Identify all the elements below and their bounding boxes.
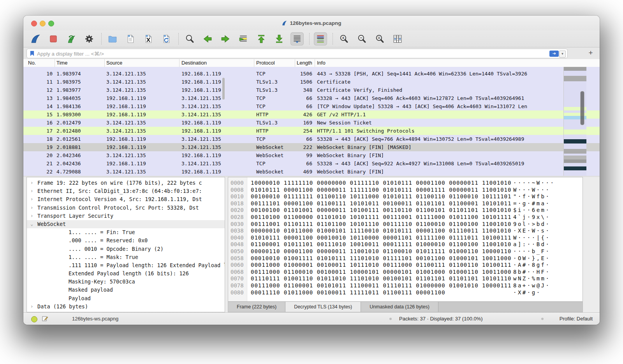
packet-row-10[interactable]: 101.9839743.124.121.135192.168.1.119TCP1… [23,70,600,78]
detail-line[interactable]: ›Frame 19: 222 bytes on wire (1776 bits)… [27,179,225,187]
detail-line[interactable]: Payload [27,294,225,303]
column-protocol[interactable]: Protocol [256,60,275,66]
display-filter-input[interactable]: Apply a display filter ... <⌘/> ➜ ▼ [26,49,568,58]
packet-row-13[interactable]: 131.984035192.168.1.1193.124.121.135TCP6… [23,94,600,102]
packet-row-15[interactable]: 151.989300192.168.1.1193.124.121.135HTTP… [23,110,600,119]
detail-line[interactable]: ›Transmission Control Protocol, Src Port… [27,204,225,212]
bytes-tab-unmasked[interactable]: Unmasked data (126 bytes) [361,302,438,312]
start-capture-button[interactable] [29,32,42,46]
detail-line[interactable]: ⌄WebSocket [27,220,225,228]
detail-line[interactable]: .000 .... = Reserved: 0x0 [27,236,225,245]
hex-row[interactable]: 003000111001 01101111 01101100 10101110 … [228,221,583,228]
hex-row[interactable]: 004801100001 01011101 00111010 10010011 … [228,241,583,248]
detail-line[interactable]: 1... .... = Mask: True [27,253,225,261]
chevron-right-icon[interactable]: › [30,179,36,187]
detail-line[interactable]: ›Ethernet II, Src: CalDigit_13:e7:8c (64… [27,187,225,195]
chevron-right-icon[interactable]: › [30,212,36,220]
last-packet-button[interactable] [273,32,286,46]
open-file-button[interactable] [106,32,119,46]
packet-row-22[interactable]: 224.7290883.124.121.135192.168.1.119WebS… [23,168,600,176]
filter-add-button[interactable]: + [586,49,595,58]
stop-capture-button[interactable] [47,32,60,46]
zoom-in-button[interactable]: + [337,32,350,46]
hex-row[interactable]: 005800010010 01001111 01010111 11101010 … [228,255,583,262]
detail-line[interactable]: Masked payload [27,286,225,294]
resize-columns-button[interactable] [391,32,404,46]
hex-ascii: ·A#·8gf· [513,262,550,269]
detail-line[interactable]: ›Transport Layer Security [27,212,225,220]
packet-row-partial[interactable] [23,67,600,70]
next-packet-button[interactable] [219,32,232,46]
packet-row-16[interactable]: 162.0124793.124.121.135192.168.1.119TLSv… [23,119,600,127]
column-info[interactable]: Info [317,60,326,66]
reload-file-button[interactable] [160,32,173,46]
close-file-button[interactable] [142,32,155,46]
chevron-right-icon[interactable]: › [30,195,36,203]
chevron-right-icon[interactable]: › [30,204,36,212]
hex-row[interactable]: 007001110111 01001110 01011010 11101010 … [228,275,583,282]
column-source[interactable]: Source [106,60,122,66]
packet-row-19[interactable]: 192.018881192.168.1.1193.124.121.135WebS… [23,143,600,151]
column-no[interactable]: No. [28,60,36,66]
packet-row-12[interactable]: 121.9839773.124.121.135192.168.1.119TLSv… [23,86,600,94]
hex-bits: 10000010 11111110 00000000 01111110 0101… [251,180,511,187]
detail-line[interactable]: .111 1110 = Payload length: 126 Extended… [27,261,225,270]
details-scrollbar-thumb[interactable] [222,78,225,100]
cell-len: 348 [289,86,312,94]
hex-row[interactable]: 002000100100 01101001 00000011 10100111 … [228,207,583,214]
status-profile[interactable]: Profile: Default [560,316,593,322]
capture-comment-icon[interactable] [42,316,48,323]
column-length[interactable]: Length [297,60,312,66]
column-destination[interactable]: Destination [181,60,207,66]
go-to-packet-button[interactable] [237,32,250,46]
hex-row[interactable]: 005000000110 00001100 00000011 11001010 … [228,248,583,255]
previous-packet-button[interactable] [201,32,214,46]
expert-info-icon[interactable] [31,316,37,322]
status-separator-dot [389,318,392,320]
restart-capture-button[interactable] [65,32,78,46]
detail-line[interactable]: .... 0010 = Opcode: Binary (2) [27,245,225,253]
auto-scroll-toggle[interactable] [290,32,304,46]
packet-row-20[interactable]: 202.0423463.124.121.135192.168.1.119WebS… [23,151,600,159]
find-packet-button[interactable] [183,32,196,46]
hex-row[interactable]: 000801010111 00001100 00000011 11111100 … [228,187,583,194]
first-packet-button[interactable] [255,32,268,46]
hex-row[interactable]: 008000011110 01011000 00100011 11111011 … [228,289,583,296]
detail-line[interactable]: 1... .... = Fin: True [27,228,225,236]
detail-line[interactable]: ›Internet Protocol Version 4, Src: 192.1… [27,195,225,203]
bytes-tab-frame[interactable]: Frame (222 bytes) [228,302,285,312]
chevron-down-icon[interactable]: ⌄ [30,220,36,228]
chevron-right-icon[interactable]: › [30,187,36,195]
hex-row[interactable]: 007800111000 01100001 00101011 11100011 … [228,282,583,289]
filter-apply-button[interactable]: ➜ [549,51,559,57]
save-file-button[interactable] [124,32,137,46]
hex-row[interactable]: 006800111000 01100010 00100011 10000101 … [228,269,583,276]
packet-list-scrollbar-thumb[interactable] [580,91,584,125]
column-time[interactable]: Time [56,60,67,66]
filter-bookmark-icon[interactable] [27,51,37,56]
filter-dropdown-button[interactable]: ▼ [559,51,566,58]
hex-row[interactable]: 002800110100 01100000 01101010 10101111 … [228,214,583,221]
capture-options-button[interactable] [83,32,96,46]
zoom-out-button[interactable]: − [355,32,368,46]
detail-line[interactable]: Masking-Key: 570c03ca [27,278,225,286]
hex-row[interactable]: 001000100010 01111111 01100110 10111000 … [228,193,583,200]
packet-row-21[interactable]: 212.042436192.168.1.1193.124.121.135TCP6… [23,159,600,168]
cell-info: WebSocket Binary [FIN] [317,151,562,159]
bytes-tab-decrypted[interactable]: Decrypted TLS (134 bytes) [285,302,361,312]
packet-row-17[interactable]: 172.0124803.124.121.135192.168.1.119HTTP… [23,127,600,135]
packet-row-18[interactable]: 182.012561192.168.1.1193.124.121.135TCP6… [23,135,600,143]
hex-row[interactable]: 004001010111 00001100 00010010 10110000 … [228,234,583,242]
hex-row[interactable]: 003800000010 01011000 01000101 11110010 … [228,228,583,234]
chevron-right-icon[interactable]: › [30,303,36,311]
packet-row-14[interactable]: 141.984136192.168.1.1193.124.121.135TCP6… [23,102,600,110]
hex-row[interactable]: 001800111101 00001100 01100111 10101011 … [228,200,583,207]
packet-row-11[interactable]: 111.9839753.124.121.135192.168.1.119TLSv… [23,78,600,86]
hex-row[interactable]: 000010000010 11111110 00000000 01111110 … [228,180,583,187]
detail-line[interactable]: Extended Payload length (16 bits): 126 [27,270,225,278]
hex-row[interactable]: 006000011000 01000001 00100011 10111010 … [228,262,583,269]
detail-line[interactable]: ›Data (126 bytes) [27,303,225,311]
colorize-toggle[interactable] [314,32,327,46]
zoom-reset-button[interactable]: = [373,32,386,46]
status-file-name: 126bytes-ws.pcapng [72,316,118,322]
